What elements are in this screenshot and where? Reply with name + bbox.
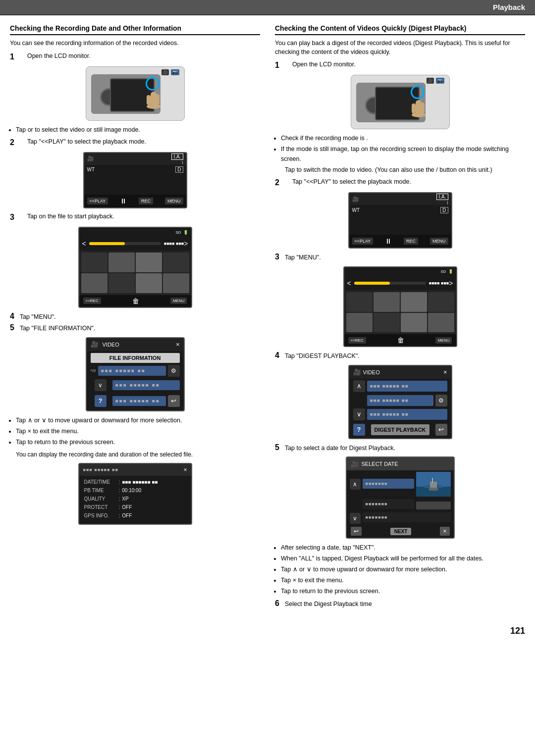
sep-3: : [119,504,120,511]
left-nav-arrow[interactable]: < [82,240,86,248]
after-date-bullets: After selecting a date, tap "NEXT". When… [281,543,525,596]
right-playback-mode-screen: 🎥 I.A. | WT D <<PLAY ⏸ REC MENU [348,192,452,249]
date-up-arrow: ∧ [353,481,357,488]
date-list-area: ■■■■■■■ [363,479,414,490]
file-info-close[interactable]: × [183,466,187,473]
cam-mode-icon-r: 🎥 [427,78,434,84]
right-step-6-num: 6 [275,599,279,608]
right-play-button[interactable]: <<PLAY [352,238,374,245]
right-left-nav-arrow[interactable]: < [347,279,351,287]
digest-menu-overlay: 🎥 VIDEO × ∧ ■■■ ■■■■■ ■■ ■■■ ■■■■■ ■■ [348,365,452,439]
select-date-cam-icon: 🎥 [351,460,359,468]
thumb-5[interactable] [81,273,107,293]
digest-item-1-text: ■■■ ■■■■■ ■■ [370,383,409,389]
date-thumb-right [416,472,451,497]
right-step-5-num: 5 [275,443,279,452]
thumb-8[interactable] [163,273,189,293]
right-step-5-text: Tap to select a date for Digest Playback… [285,444,395,453]
right-thumb-6[interactable] [374,313,400,333]
file-information-menu-item[interactable]: FILE INFORMATION [91,353,180,363]
date-item-3[interactable]: ■■■■■■■ [363,512,451,522]
down-arrow-btn[interactable]: ∨ [95,379,107,391]
screen-top-bar: 🎥 I.A. | [84,153,186,165]
right-thumb-5[interactable] [346,313,373,333]
after-date-bullet-2: Tap ∧ or ∨ to move upward or downward fo… [281,564,525,574]
date-item-1[interactable]: ■■■■■■■ [363,479,414,489]
thumb-menu-btn[interactable]: MENU [170,298,187,304]
digest-item-2[interactable]: ■■■ ■■■■■ ■■ [367,395,433,406]
thumb-3[interactable] [136,252,162,272]
gear-icon: ⚙ [171,367,176,374]
date-back-btn[interactable]: ↩ [351,527,362,536]
date-thumbnail [416,472,451,497]
menu-button[interactable]: MENU [165,198,183,204]
thumb-7[interactable] [136,273,162,293]
cam-mode-icon: 🎥 [161,69,169,75]
right-thumb-8[interactable] [428,313,454,333]
right-bar-indicator: | [447,200,448,204]
right-rec-nav-btn[interactable]: <<REC [348,337,366,344]
pause-icon: ⏸ [120,197,127,205]
right-screen-mid-bar: WT D [349,205,451,215]
thumb-4[interactable] [163,252,189,272]
thumb-1[interactable] [81,252,107,272]
right-delete-icon[interactable]: 🗑 [397,336,404,344]
sep-4: : [119,512,120,519]
menu-close-icon[interactable]: × [176,341,180,348]
digest-help-btn[interactable]: ? [353,424,365,436]
right-thumb-4[interactable] [428,292,454,312]
rec-nav-btn[interactable]: <<REC [83,298,101,304]
delete-icon[interactable]: 🗑 [132,297,139,305]
right-nav-arrow[interactable]: > [184,240,188,248]
step-1-text: Open the LCD monitor. [27,52,91,59]
date-close-btn[interactable]: × [440,527,449,536]
thumb-6[interactable] [108,273,135,293]
digest-down-btn[interactable]: ∨ [353,408,365,420]
right-ia-label: I.A. [436,194,448,200]
right-menu-button[interactable]: MENU [430,238,448,245]
camera-illustration-left: 🎥 📷 [86,66,185,121]
date-item-2[interactable]: ■■■■■■■ [363,499,414,509]
digest-back-btn[interactable]: ↩ [435,424,447,436]
digest-up-btn[interactable]: ∧ [353,380,365,392]
screen-mid-bar: WT D [84,165,186,175]
right-right-nav-arrow[interactable]: > [449,279,453,287]
right-step-4-text: Tap "DIGEST PLAYBACK". [285,352,360,361]
date-down-btn[interactable]: ∨ [350,513,361,524]
date-up-btn[interactable]: ∧ [350,479,361,490]
menu-top-bar: 🎥 VIDEO × [87,338,184,351]
select-date-label: SELECT DATE [362,461,398,467]
digest-top-bar: 🎥 VIDEO × [349,366,451,379]
svg-rect-2 [156,94,160,105]
d-label: D [175,166,183,173]
after-menu-bullets: Tap ∧ or ∨ to move upward or downward fo… [16,415,260,447]
thumb-bottom-bar: <<REC 🗑 MENU [79,295,191,307]
play-button[interactable]: <<PLAY [87,198,108,204]
help-btn[interactable]: ? [95,395,107,407]
digest-playback-btn[interactable]: DIGEST PLAYBACK [371,424,429,435]
right-screen-top-bar: 🎥 I.A. | [349,193,451,205]
right-wt-label: WT [352,207,360,213]
digest-item-1[interactable]: ■■■ ■■■■■ ■■ [367,381,447,392]
right-thumb-2[interactable] [374,292,400,312]
thumb-2[interactable] [108,252,135,272]
select-date-screen: 🎥 SELECT DATE ∧ ■■■■■■■ [346,456,455,539]
right-thumb-3[interactable] [401,292,427,312]
file-row-gps: GPS INFO. : OFF [84,512,186,519]
digest-gear-btn[interactable]: ⚙ [435,395,447,406]
date-next-btn[interactable]: NEXT [390,528,412,535]
right-thumb-7[interactable] [401,313,427,333]
digest-back-icon: ↩ [438,426,444,433]
right-thumb-1[interactable] [346,292,373,312]
thumb-progress-bar-container [89,242,161,245]
left-intro: You can see the recording information of… [10,39,260,48]
back-btn[interactable]: ↩ [168,395,180,407]
digest-close-icon[interactable]: × [443,368,447,376]
gear-btn[interactable]: ⚙ [168,365,180,377]
date-thumb-dots [416,502,451,509]
right-step-1-num: 1 [275,60,279,70]
thumbnail-grid [79,251,191,295]
right-thumb-menu-btn[interactable]: MENU [435,337,452,344]
digest-item-3[interactable]: ■■■ ■■■■■ ■■ [367,409,447,420]
step-5-text: Tap "FILE INFORMATION". [20,324,95,333]
